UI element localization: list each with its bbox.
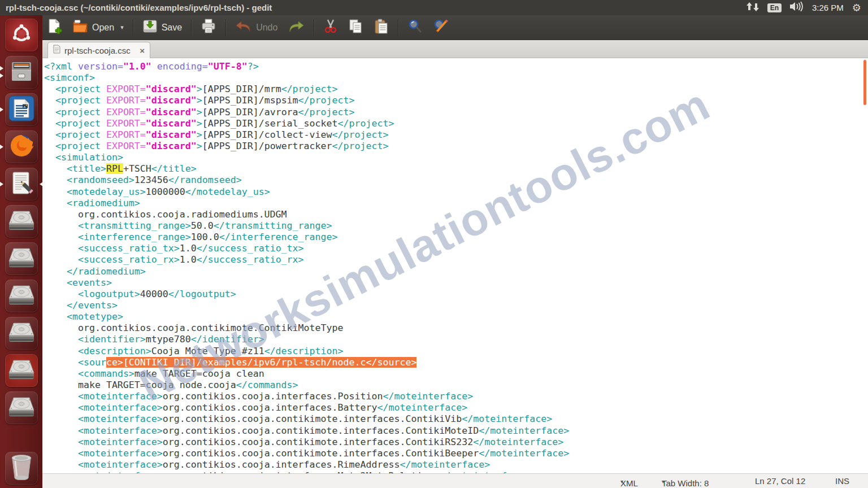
find-replace-button[interactable] — [433, 19, 449, 36]
open-dropdown-caret-icon[interactable]: ▾ — [120, 24, 124, 31]
cut-button[interactable] — [323, 19, 338, 36]
open-folder-icon — [72, 19, 88, 36]
code-line: <motedelay_us>1000000</motedelay_us> — [44, 186, 868, 198]
code-line: make TARGET=cooja node.cooja</commands> — [44, 380, 868, 391]
running-indicator-icon — [0, 145, 6, 149]
code-line: <description>Cooja Mote Type #z11</descr… — [44, 346, 868, 357]
find-button[interactable] — [407, 19, 423, 36]
code-line: <motetype> — [44, 311, 868, 323]
window-title: rpl-tsch-cooja.csc (~/contiki/contiki/ex… — [6, 3, 272, 12]
hard-disk-icon — [8, 208, 35, 235]
gedit-toolbar: Open ▾ Save — [42, 15, 868, 40]
code-line: org.contikios.cooja.contikimote.ContikiM… — [44, 323, 868, 334]
hard-disk-icon — [8, 320, 35, 347]
code-line: <project EXPORT="discard">[APPS_DIR]/pow… — [44, 141, 868, 152]
toolbar-separator — [314, 19, 314, 36]
new-document-button[interactable] — [47, 19, 62, 37]
gedit-pencil-icon — [8, 170, 34, 198]
toolbar-separator — [398, 19, 398, 36]
code-line: <moteinterface>org.contikios.cooja.conti… — [44, 425, 868, 437]
launcher-item-disk-4[interactable] — [5, 317, 38, 350]
launcher-item-ubuntu-dash[interactable] — [5, 19, 38, 51]
code-line: <project EXPORT="discard">[APPS_DIR]/mrm… — [44, 84, 868, 95]
launcher-item-firefox[interactable] — [5, 130, 38, 163]
code-line: <moteinterface>org.contikios.cooja.conti… — [44, 437, 868, 448]
print-icon — [201, 19, 216, 36]
trash-can-icon — [10, 454, 33, 482]
insert-mode-indicator: INS — [835, 476, 849, 486]
code-line: <success_ratio_rx>1.0</success_ratio_rx> — [44, 254, 868, 265]
keyboard-layout-indicator[interactable]: En — [767, 3, 782, 12]
launcher-item-disk-2[interactable] — [5, 242, 38, 275]
code-line: org.contikios.cooja.radiomediums.UDGM — [44, 209, 868, 220]
open-button[interactable]: Open ▾ — [72, 19, 124, 36]
copy-icon — [348, 19, 363, 37]
code-line: <identifier>mtype780</identifier> — [44, 334, 868, 345]
copy-button[interactable] — [348, 19, 363, 37]
hard-disk-icon — [8, 245, 35, 272]
ubuntu-logo-icon — [10, 23, 33, 47]
tab-bar: rpl-tsch-cooja.csc × — [42, 40, 868, 58]
launcher-item-disk-3[interactable] — [5, 280, 38, 312]
text-editor-area[interactable]: <?xml version="1.0" encoding="UTF-8"?><s… — [42, 58, 868, 473]
launcher-item-disk-1[interactable] — [5, 205, 38, 238]
focused-indicator-icon — [37, 182, 43, 186]
launcher-item-trash[interactable] — [5, 452, 38, 485]
search-icon — [407, 19, 423, 36]
redo-arrow-icon — [288, 20, 305, 36]
volume-icon[interactable] — [790, 2, 804, 14]
code-line: <success_ratio_tx>1.0</success_ratio_tx> — [44, 243, 868, 254]
writer-doc-icon — [8, 95, 34, 124]
overlay-scrollbar[interactable] — [863, 60, 866, 105]
code-line: <project EXPORT="discard">[APPS_DIR]/avr… — [44, 107, 868, 118]
new-document-icon — [47, 19, 62, 37]
launcher-item-disk-6[interactable] — [5, 391, 38, 424]
code-line: <radiomedium> — [44, 198, 868, 209]
document-icon — [53, 45, 60, 56]
hard-disk-icon — [8, 282, 35, 310]
top-panel: rpl-tsch-cooja.csc (~/contiki/contiki/ex… — [0, 0, 868, 15]
file-cabinet-icon — [9, 59, 34, 86]
unity-launcher — [0, 15, 42, 488]
cursor-position: Ln 27, Col 12 — [755, 476, 805, 486]
chevron-down-icon: ▾ — [662, 478, 665, 485]
undo-button[interactable]: Undo — [235, 20, 277, 36]
redo-button[interactable] — [288, 20, 305, 36]
chevron-down-icon: ▾ — [620, 478, 623, 485]
toolbar-separator — [225, 19, 226, 36]
paste-clipboard-icon — [374, 19, 389, 37]
code-line: <moteinterface>org.contikios.cooja.conti… — [44, 448, 868, 459]
code-line: <events> — [44, 277, 868, 289]
open-label: Open — [92, 23, 114, 33]
code-line: <source>[CONTIKI_DIR]/examples/ipv6/rpl-… — [44, 357, 868, 368]
launcher-item-files[interactable] — [5, 56, 38, 89]
code-line: <randomseed>123456</randomseed> — [44, 175, 868, 186]
running-indicator-icon — [0, 182, 6, 186]
code-line: <project EXPORT="discard">[APPS_DIR]/col… — [44, 129, 868, 141]
tab-rpl-tsch-cooja[interactable]: rpl-tsch-cooja.csc × — [47, 42, 150, 58]
code-line: </radiomedium> — [44, 266, 868, 277]
code-line: <commands>make TARGET=cooja clean — [44, 368, 868, 380]
tab-label: rpl-tsch-cooja.csc — [64, 46, 131, 55]
save-label: Save — [162, 23, 182, 33]
launcher-item-disk-5[interactable] — [5, 354, 38, 387]
running-indicator-icon — [0, 73, 6, 78]
launcher-item-text-editor[interactable] — [5, 168, 38, 201]
tab-close-icon[interactable]: × — [140, 46, 145, 55]
code-line: <?xml version="1.0" encoding="UTF-8"?> — [44, 61, 868, 72]
toolbar-separator — [133, 19, 133, 36]
status-bar: XML ▾ Tab Width: 8 ▾ Ln 27, Col 12 INS — [42, 473, 868, 488]
print-button[interactable] — [201, 19, 216, 36]
code-line: <moteinterface>org.contikios.cooja.inter… — [44, 402, 868, 413]
hard-disk-icon — [8, 357, 35, 384]
clock[interactable]: 3:26 PM — [812, 3, 844, 12]
search-replace-icon — [433, 19, 449, 36]
network-indicator-icon[interactable] — [747, 2, 759, 14]
launcher-item-libreoffice-writer[interactable] — [5, 93, 38, 126]
session-menu-gear-icon[interactable]: ⚙ — [852, 3, 861, 13]
paste-button[interactable] — [374, 19, 389, 37]
undo-label: Undo — [256, 23, 277, 33]
code-line: <moteinterface>org.contikios.cooja.inter… — [44, 459, 868, 470]
code-line: <moteinterface>org.contikios.cooja.inter… — [44, 391, 868, 402]
save-button[interactable]: Save — [142, 19, 182, 36]
